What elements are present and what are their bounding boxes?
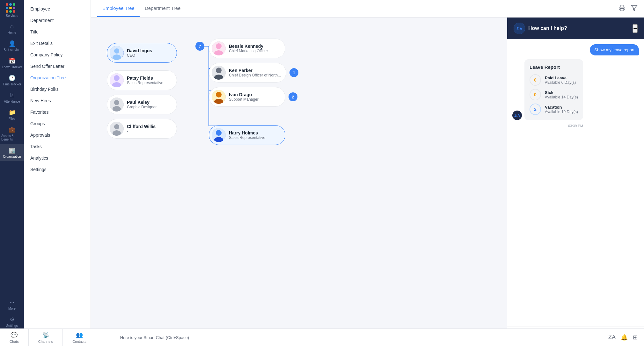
right-group-ivan: Ivan Drago Support Manager 2 (209, 87, 298, 107)
print-button[interactable] (618, 4, 626, 13)
contacts-label: Contacts (72, 340, 86, 343)
person-name-david: David Ingus (127, 48, 152, 53)
tab-employee-tree[interactable]: Employee Tree (97, 0, 140, 17)
nav-item-analytics[interactable]: Analytics (24, 152, 91, 164)
sidebar-item-label: Time Tracker (3, 83, 21, 86)
channels-icon: 📡 (42, 332, 49, 339)
person-title-patsy: Sales Representative (127, 81, 163, 85)
assets-icon: 💼 (9, 126, 16, 133)
person-name-paul: Paul Keley (127, 100, 157, 105)
leave-report-title: Leave Report (530, 64, 578, 70)
nav-item-birthday[interactable]: Birthday Folks (24, 83, 91, 95)
paid-leave-info: Paid Leave Available 0 Day(s) (545, 76, 576, 85)
zia-header-left: ZiA How can I help? (514, 23, 567, 34)
person-name-ken: Ken Parker (229, 68, 281, 73)
vacation-leave-name: Vacation (545, 105, 578, 110)
bell-icon[interactable]: 🔔 (621, 334, 628, 341)
nav-item-new-hires[interactable]: New Hires (24, 95, 91, 106)
filter-button[interactable] (631, 4, 638, 13)
sidebar-item-more[interactable]: ··· More (0, 297, 24, 313)
tab-department-tree[interactable]: Department Tree (140, 0, 186, 17)
person-card-patsy[interactable]: Patsy Fields Sales Representative (107, 70, 177, 90)
svg-point-15 (216, 43, 222, 49)
zia-close-button[interactable]: − (633, 24, 638, 33)
person-card-bessie[interactable]: Bessie Kennedy Chief Marketing Officer (209, 39, 285, 58)
sick-leave-info: Sick Available 14 Day(s) (545, 90, 578, 99)
person-card-ken[interactable]: Ken Parker Chief Design Officer of North… (209, 63, 286, 83)
person-name-clifford: Clifford Willis (127, 124, 156, 129)
person-card-paul[interactable]: Paul Keley Graphic Designer (107, 95, 177, 114)
person-title-clifford: - (127, 129, 156, 133)
zia-header: ZiA How can I help? − (507, 18, 644, 39)
sidebar-item-time-tracker[interactable]: 🕐 Time Tracker (0, 72, 24, 89)
person-card-harry[interactable]: Harry Holmes Sales Representative (209, 125, 285, 145)
sidebar-item-assets[interactable]: 💼 Assets & Benefits (0, 124, 24, 144)
bottom-tab-chats[interactable]: 💬 Chats (0, 329, 29, 346)
nav-item-department[interactable]: Department (24, 15, 91, 26)
nav-item-tasks[interactable]: Tasks (24, 141, 91, 152)
sidebar-item-files[interactable]: 📁 Files (0, 106, 24, 123)
avatar-ivan (212, 90, 226, 104)
svg-point-18 (216, 68, 222, 73)
sidebar-item-self-service[interactable]: 👤 Self-service (0, 38, 24, 54)
zia-body: Show my leave report ZiA Leave Report 0 … (507, 39, 644, 327)
svg-point-21 (216, 92, 222, 97)
sidebar-item-home[interactable]: ⌂ Home (0, 21, 24, 37)
zia-bottom-icon[interactable]: ZA (608, 334, 616, 341)
sidebar-item-label: More (8, 307, 16, 310)
nav-item-send-offer[interactable]: Send Offer Letter (24, 61, 91, 72)
sidebar-item-label: Assets & Benefits (1, 134, 23, 141)
smart-chat-label: Here is your Smart Chat (Ctrl+Space) (120, 335, 189, 340)
sidebar-item-organization[interactable]: 🏢 Organization (0, 144, 24, 161)
sidebar-item-attendance[interactable]: ☑ Attendance (0, 89, 24, 106)
person-info-paul: Paul Keley Graphic Designer (127, 100, 157, 109)
nav-item-groups[interactable]: Groups (24, 118, 91, 129)
person-info-harry: Harry Holmes Sales Representative (229, 130, 265, 140)
bottom-right-icons: ZA 🔔 ⊞ (608, 334, 638, 341)
more-icon: ··· (10, 299, 14, 306)
nav-item-approvals[interactable]: Approvals (24, 129, 91, 141)
person-card-root[interactable]: David Ingus CEO (107, 43, 177, 63)
nav-item-title[interactable]: Title (24, 26, 91, 38)
grid-icon[interactable]: ⊞ (633, 334, 638, 341)
bottom-tab-channels[interactable]: 📡 Channels (29, 329, 63, 346)
avatar-patsy (110, 73, 124, 87)
person-name-bessie: Bessie Kennedy (229, 44, 268, 49)
tree-section: David Ingus CEO (107, 37, 491, 145)
person-card-ivan[interactable]: Ivan Drago Support Manager (209, 87, 285, 107)
self-service-icon: 👤 (9, 40, 16, 47)
nav-item-company-policy[interactable]: Company Policy (24, 49, 91, 61)
nav-item-employee[interactable]: Employee (24, 3, 91, 15)
bottom-tab-contacts[interactable]: 👥 Contacts (63, 329, 96, 346)
tree-canvas: David Ingus CEO (91, 18, 507, 346)
sidebar-logo-label: Services (6, 14, 18, 18)
leave-report-card: Leave Report 0 Paid Leave Available 0 Da… (524, 59, 583, 120)
nav-item-favorites[interactable]: Favorites (24, 106, 91, 118)
sidebar-item-label: Self-service (4, 48, 20, 52)
person-card-clifford[interactable]: Clifford Willis - (107, 119, 177, 139)
zia-avatar: ZiA (514, 23, 525, 34)
nav-item-org-tree[interactable]: Organization Tree (24, 72, 91, 83)
user-bubble-leave: Show my leave report (590, 44, 639, 55)
leave-item-vacation: 2 Vacation Available 19 Day(s) (530, 104, 578, 115)
badge-ivan: 2 (289, 92, 297, 101)
right-group-bessie: Bessie Kennedy Chief Marketing Officer (209, 39, 298, 58)
zia-bot-avatar: ZiA (512, 111, 522, 120)
sick-leave-name: Sick (545, 90, 578, 95)
leave-item-paid: 0 Paid Leave Available 0 Day(s) (530, 74, 578, 86)
sick-leave-badge: 0 (530, 89, 541, 100)
nav-item-exit-details[interactable]: Exit Details (24, 38, 91, 49)
sidebar-item-settings[interactable]: ⚙ Settings (0, 314, 24, 330)
bottom-tabs: 💬 Chats 📡 Channels 👥 Contacts (0, 329, 96, 346)
vacation-leave-days: Available 19 Day(s) (545, 110, 578, 114)
tree-connectors: 7 (177, 37, 209, 145)
person-title-ken: Chief Design Officer of North... (229, 73, 281, 77)
person-title-paul: Graphic Designer (127, 105, 157, 109)
sidebar-item-leave-tracker[interactable]: 📅 Leave Tracker (0, 55, 24, 71)
home-icon: ⌂ (10, 23, 14, 30)
avatar-bessie (212, 41, 226, 55)
sidebar-logo: Services (6, 3, 18, 18)
nav-item-settings[interactable]: Settings (24, 164, 91, 175)
person-info-ivan: Ivan Drago Support Manager (229, 92, 259, 102)
chats-icon: 💬 (11, 332, 18, 339)
